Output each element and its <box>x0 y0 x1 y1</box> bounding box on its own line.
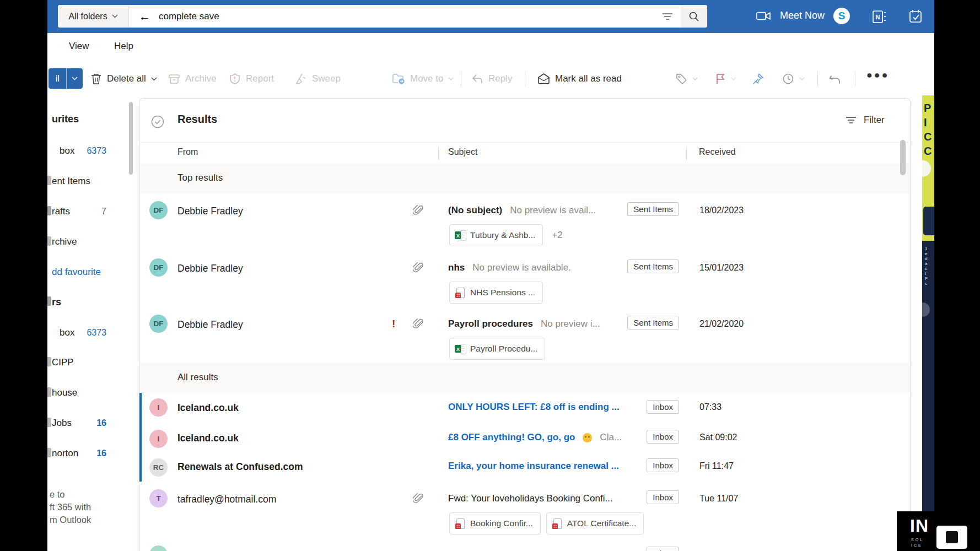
folder-badge: Sent Items <box>627 202 679 216</box>
house-label: house <box>52 385 77 401</box>
sender-avatar[interactable]: DF <box>149 201 168 219</box>
sender-avatar[interactable]: T <box>149 489 168 507</box>
svg-text:N: N <box>876 14 880 20</box>
norton-label: norton <box>52 446 78 461</box>
search-button[interactable] <box>681 5 707 28</box>
onenote-icon[interactable]: N <box>872 9 887 24</box>
sender-avatar[interactable]: DF <box>149 315 168 333</box>
new-mail-split-button[interactable]: il <box>49 68 83 89</box>
sidebar-item-sent-items[interactable]: ent Items <box>47 174 109 189</box>
todo-calendar-check-icon[interactable] <box>908 9 924 24</box>
search-query-text[interactable]: complete save <box>159 11 219 22</box>
mark-all-read-button[interactable]: Mark all as read <box>537 62 622 96</box>
skype-icon[interactable]: S <box>833 8 850 24</box>
trash-icon <box>90 73 102 85</box>
column-from[interactable]: From <box>177 147 198 157</box>
sweep-label: Sweep <box>312 73 341 84</box>
paperclip-icon <box>413 492 424 504</box>
sidebar-folder-inbox[interactable]: box 6373 <box>47 325 109 341</box>
email-row[interactable]: I Iceland.co.uk £8 OFF anything! GO, go,… <box>139 424 910 453</box>
sidebar-add-favourite[interactable]: dd favourite <box>47 264 109 280</box>
search-bar[interactable]: All folders ← complete save <box>58 5 707 28</box>
sender-avatar[interactable]: DF <box>149 258 168 277</box>
sidebar-scrollbar[interactable] <box>129 102 133 175</box>
sidebar-favourites-header[interactable]: urites <box>47 111 109 127</box>
chevron-down-icon <box>799 77 805 80</box>
sweep-button[interactable]: Sweep <box>295 62 341 96</box>
title-bar: All folders ← complete save Meet Now <box>47 0 934 33</box>
report-button[interactable]: Report <box>229 62 274 96</box>
shield-report-icon <box>229 73 241 85</box>
delete-all-button[interactable]: Delete all <box>90 62 157 96</box>
back-arrow-icon[interactable]: ← <box>139 10 150 23</box>
column-subject[interactable]: Subject <box>448 147 477 157</box>
received-date: 18/02/2023 <box>699 206 744 215</box>
screenshot-stage: All folders ← complete save Meet Now <box>0 0 980 551</box>
sender-avatar[interactable]: RC <box>149 458 168 477</box>
inbox-label: box <box>60 325 74 341</box>
reply-button[interactable]: Reply <box>471 62 512 96</box>
sidebar-folders-header[interactable]: rs <box>47 294 109 310</box>
folder-badge: Inbox <box>647 430 679 444</box>
email-row[interactable]: DF Debbie Fradley ! Payroll procedures N… <box>139 307 910 364</box>
excel-file-icon <box>455 343 466 354</box>
column-header-row: From Subject Received <box>139 142 910 164</box>
more-options-icon[interactable]: ●●● <box>866 69 890 81</box>
attachment-chip[interactable]: NHS Pensions ... <box>449 282 543 304</box>
results-scrollbar[interactable] <box>900 140 906 175</box>
email-row[interactable]: DF Debbie Fradley nhs No preview is avai… <box>139 251 910 307</box>
received-date: Sat 09:02 <box>699 433 737 442</box>
menu-view[interactable]: View <box>69 41 89 52</box>
folders-label: rs <box>52 294 61 310</box>
sidebar-item-archive[interactable]: rchive <box>47 234 109 250</box>
snooze-button[interactable] <box>782 62 805 96</box>
filter-button[interactable]: Filter <box>846 115 885 126</box>
drafts-label: rafts <box>52 204 70 219</box>
undo-button[interactable] <box>828 62 842 96</box>
command-toolbar: il Delete all Archive Report <box>47 62 934 96</box>
select-all-circle-check-icon[interactable] <box>150 115 165 129</box>
attachment-chip[interactable]: Payroll Procedu... <box>449 338 545 360</box>
meet-now-button[interactable]: Meet Now <box>756 10 825 21</box>
sender-avatar[interactable]: T <box>149 545 168 551</box>
chevron-down-icon[interactable] <box>67 68 83 89</box>
pdf-file-icon <box>552 518 563 529</box>
column-received[interactable]: Received <box>699 147 736 157</box>
toolbar-divider <box>817 71 818 87</box>
new-mail-label[interactable]: il <box>49 68 67 89</box>
sidebar-folder-norton[interactable]: norton 16 <box>47 446 109 461</box>
sidebar-item-drafts[interactable]: rafts 7 <box>47 204 109 219</box>
flag-button[interactable] <box>715 62 736 96</box>
section-label: Top results <box>177 172 223 183</box>
sender-avatar[interactable]: I <box>149 398 168 417</box>
email-row[interactable]: T tafradley@hotmail.com Fwd: Your loveho… <box>139 482 910 538</box>
attachment-chip[interactable]: ATOL Certificate... <box>546 512 644 534</box>
watermark-sub-text: SOL <box>911 538 924 542</box>
pin-button[interactable] <box>752 62 764 96</box>
watermark-sub-text: ICE <box>911 543 923 547</box>
sidebar-folder-house[interactable]: house <box>47 385 109 401</box>
archive-button[interactable]: Archive <box>168 62 217 96</box>
email-row[interactable]: RC Renewals at Confused.com Erika, your … <box>139 453 910 482</box>
email-row[interactable]: DF Debbie Fradley (No subject) No previe… <box>139 193 910 251</box>
sidebar-folder-jobs[interactable]: Jobs 16 <box>47 415 109 431</box>
email-subject: ONLY HOURS LEFT: £8 off is ending ... <box>448 402 620 413</box>
email-subject: Erika, your home insurance renewal ... <box>448 461 619 472</box>
email-row[interactable]: T tafradley@hotmail.com Fwd: TUI Booking… <box>139 538 910 551</box>
menu-help[interactable]: Help <box>114 41 133 52</box>
upsell-text-line: e to <box>50 488 65 501</box>
search-icon <box>688 11 699 22</box>
attachment-chip[interactable]: Booking Confir... <box>449 512 541 534</box>
search-scope-dropdown[interactable]: All folders <box>58 5 129 28</box>
archive-box-icon <box>168 73 180 85</box>
more-attachments[interactable]: +2 <box>552 230 562 241</box>
sidebar-folder-cipp[interactable]: CIPP <box>47 355 109 370</box>
ad-tiny-text: 1edactFc <box>925 246 928 286</box>
search-filters-icon[interactable] <box>662 13 673 20</box>
sender-avatar[interactable]: I <box>149 430 168 448</box>
sidebar-item-inbox[interactable]: box 6373 <box>47 143 109 159</box>
email-row[interactable]: I Iceland.co.uk ONLY HOURS LEFT: £8 off … <box>139 393 910 425</box>
move-to-button[interactable]: Move to <box>392 62 454 96</box>
categorize-button[interactable] <box>675 62 698 96</box>
attachment-chip[interactable]: Tutbury & Ashb... <box>449 224 543 246</box>
